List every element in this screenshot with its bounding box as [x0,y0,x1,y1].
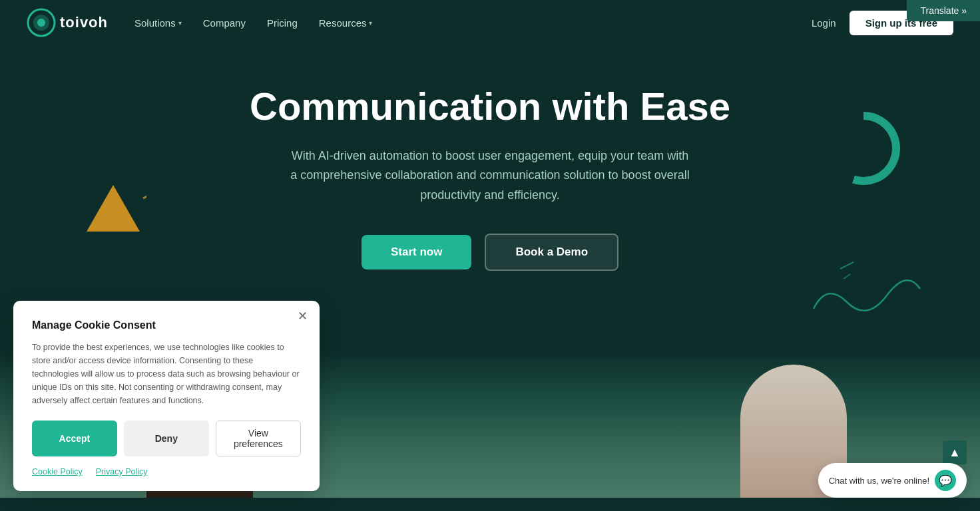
deco-circle [827,112,900,185]
logo-icon [27,8,56,37]
logo-text: toivoh [60,14,108,31]
chevron-down-icon: ▾ [178,19,182,27]
deco-triangle [80,178,146,248]
book-demo-button[interactable]: Book a Demo [485,234,618,271]
cookie-links: Cookie Policy Privacy Policy [32,467,301,476]
svg-line-7 [844,274,850,279]
svg-line-6 [840,262,854,269]
svg-marker-3 [87,185,140,232]
hero-subtitle: With AI-driven automation to boost user … [290,146,690,206]
hero-title: Communication with Ease [133,85,847,128]
nav-item-company[interactable]: Company [203,17,246,29]
cookie-buttons: Accept Deny View preferences [32,421,301,456]
nav-item-pricing[interactable]: Pricing [267,17,298,29]
view-preferences-button[interactable]: View preferences [216,421,301,456]
nav-link-resources[interactable]: Resources ▾ [319,17,373,29]
nav-left: toivoh Solutions ▾ Company Pricing [27,8,372,37]
nav-link-solutions[interactable]: Solutions ▾ [134,17,182,29]
chat-widget[interactable]: Chat with us, we're online! 💬 [818,463,967,498]
deco-wave [807,256,927,325]
privacy-policy-link[interactable]: Privacy Policy [96,467,148,476]
cookie-body: To provide the best experiences, we use … [32,341,301,407]
start-now-button[interactable]: Start now [362,235,471,269]
accept-button[interactable]: Accept [32,421,117,456]
navbar: toivoh Solutions ▾ Company Pricing [0,0,980,45]
deny-button[interactable]: Deny [124,421,209,456]
cookie-title: Manage Cookie Consent [32,319,301,331]
logo[interactable]: toivoh [27,8,108,37]
svg-line-4 [143,192,146,198]
nav-link-pricing[interactable]: Pricing [267,17,298,29]
chevron-down-icon-2: ▾ [369,19,372,27]
cookie-close-icon[interactable]: ✕ [298,310,308,322]
chat-icon[interactable]: 💬 [935,470,956,491]
nav-link-company[interactable]: Company [203,17,246,29]
login-link[interactable]: Login [812,17,836,29]
hero-buttons: Start now Book a Demo [133,234,847,271]
nav-item-resources[interactable]: Resources ▾ [319,17,373,29]
translate-bar[interactable]: Translate » [907,0,980,21]
cookie-banner: ✕ Manage Cookie Consent To provide the b… [13,301,320,491]
nav-item-solutions[interactable]: Solutions ▾ [134,17,182,29]
scroll-to-top-button[interactable]: ▲ [943,440,967,464]
chat-text: Chat with us, we're online! [829,476,929,486]
svg-point-2 [37,19,45,27]
nav-links: Solutions ▾ Company Pricing Resources ▾ [134,17,372,29]
cookie-policy-link[interactable]: Cookie Policy [32,467,83,476]
